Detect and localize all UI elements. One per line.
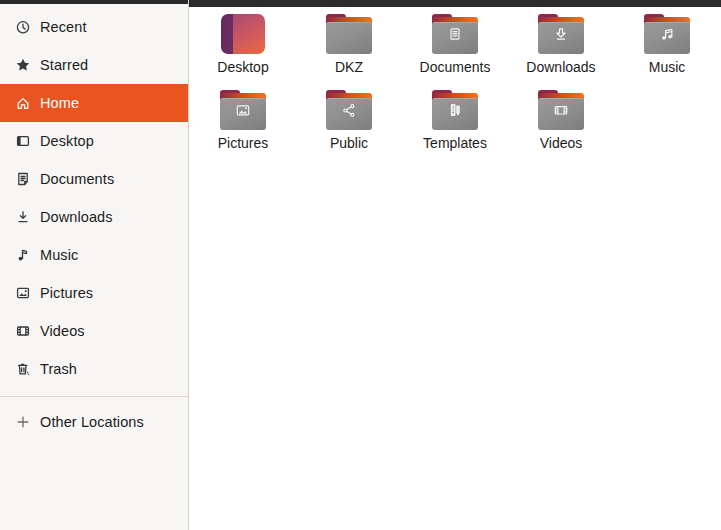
- plain-folder-icon: [326, 14, 372, 54]
- folder-pictures-icon: [220, 90, 266, 130]
- plus-icon: [15, 414, 31, 430]
- desktop-icon: [15, 133, 31, 149]
- template-emblem-icon: [447, 102, 464, 119]
- music-icon: [15, 247, 31, 263]
- file-item-public[interactable]: Public: [296, 83, 402, 159]
- sidebar-item-label: Other Locations: [40, 414, 144, 430]
- file-item-label: Downloads: [526, 59, 595, 75]
- folder-public-icon: [326, 90, 372, 130]
- document-emblem-icon: [447, 26, 464, 43]
- file-item-label: DKZ: [335, 59, 363, 75]
- sidebar-item-documents[interactable]: Documents: [0, 160, 188, 198]
- sidebar-main-divider: [188, 0, 189, 530]
- sidebar-item-label: Home: [40, 95, 79, 111]
- file-item-pictures[interactable]: Pictures: [190, 83, 296, 159]
- file-item-templates[interactable]: Templates: [402, 83, 508, 159]
- sidebar-item-trash[interactable]: Trash: [0, 350, 188, 388]
- desktop-gradient-icon: [221, 14, 265, 54]
- file-item-label: Documents: [420, 59, 491, 75]
- share-emblem-icon: [341, 102, 358, 119]
- folder-templates-icon: [432, 90, 478, 130]
- sidebar-item-label: Pictures: [40, 285, 93, 301]
- sidebar-item-videos[interactable]: Videos: [0, 312, 188, 350]
- documents-icon: [15, 171, 31, 187]
- file-item-label: Music: [649, 59, 686, 75]
- home-icon: [15, 95, 31, 111]
- sidebar-item-music[interactable]: Music: [0, 236, 188, 274]
- trash-icon: [15, 361, 31, 377]
- folder-videos-icon: [538, 90, 584, 130]
- folder-music-icon: [644, 14, 690, 54]
- sidebar-item-other-locations[interactable]: Other Locations: [0, 403, 188, 441]
- photo-emblem-icon: [235, 102, 252, 119]
- sidebar: Recent Starred Home Desktop Documents: [0, 0, 188, 530]
- video-emblem-icon: [553, 102, 570, 119]
- file-item-label: Public: [330, 135, 368, 151]
- sidebar-item-pictures[interactable]: Pictures: [0, 274, 188, 312]
- download-emblem-icon: [553, 26, 570, 43]
- videos-icon: [15, 323, 31, 339]
- folder-downloads-icon: [538, 14, 584, 54]
- sidebar-item-recent[interactable]: Recent: [0, 8, 188, 46]
- sidebar-item-label: Starred: [40, 57, 88, 73]
- sidebar-item-label: Downloads: [40, 209, 113, 225]
- pictures-icon: [15, 285, 31, 301]
- file-item-videos[interactable]: Videos: [508, 83, 614, 159]
- file-item-label: Desktop: [217, 59, 268, 75]
- downloads-icon: [15, 209, 31, 225]
- file-item-label: Pictures: [218, 135, 269, 151]
- music-emblem-icon: [659, 26, 676, 43]
- starred-icon: [15, 57, 31, 73]
- sidebar-separator: [0, 396, 188, 397]
- sidebar-item-label: Trash: [40, 361, 77, 377]
- file-grid: Desktop DKZ Documents: [190, 7, 721, 530]
- file-item-documents[interactable]: Documents: [402, 7, 508, 83]
- file-item-label: Videos: [540, 135, 583, 151]
- sidebar-item-label: Documents: [40, 171, 114, 187]
- titlebar-remnant-sidebar: [0, 0, 189, 4]
- file-item-label: Templates: [423, 135, 487, 151]
- file-item-desktop[interactable]: Desktop: [190, 7, 296, 83]
- sidebar-item-label: Music: [40, 247, 78, 263]
- file-item-downloads[interactable]: Downloads: [508, 7, 614, 83]
- sidebar-item-label: Recent: [40, 19, 87, 35]
- file-item-dkz[interactable]: DKZ: [296, 7, 402, 83]
- recent-icon: [15, 19, 31, 35]
- sidebar-item-home[interactable]: Home: [0, 84, 188, 122]
- sidebar-item-label: Videos: [40, 323, 85, 339]
- titlebar-remnant-main: [189, 0, 721, 7]
- sidebar-item-label: Desktop: [40, 133, 94, 149]
- folder-documents-icon: [432, 14, 478, 54]
- files-window: Recent Starred Home Desktop Documents: [0, 0, 721, 530]
- file-item-music[interactable]: Music: [614, 7, 720, 83]
- sidebar-item-desktop[interactable]: Desktop: [0, 122, 188, 160]
- sidebar-item-downloads[interactable]: Downloads: [0, 198, 188, 236]
- sidebar-item-starred[interactable]: Starred: [0, 46, 188, 84]
